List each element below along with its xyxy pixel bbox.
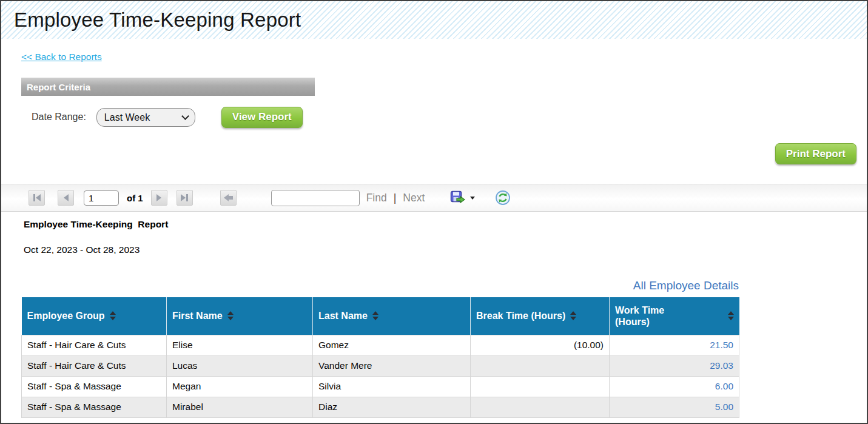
cell-employee-group: Staff - Hair Care & Cuts [22, 355, 167, 376]
cell-work-time[interactable]: 5.00 [610, 397, 739, 417]
column-header-work-time[interactable]: Work Time (Hours) [610, 297, 739, 335]
find-text-input[interactable] [271, 190, 360, 206]
sort-icon[interactable] [570, 311, 576, 320]
column-header-first-name[interactable]: First Name [167, 297, 313, 335]
parent-report-button[interactable] [220, 190, 237, 206]
back-to-reports-link[interactable]: << Back to Reports [21, 52, 102, 62]
page-number-input[interactable] [84, 190, 119, 206]
cell-last-name: Silvia [313, 376, 471, 397]
print-report-button[interactable]: Print Report [775, 143, 856, 164]
column-header-break-time[interactable]: Break Time (Hours) [471, 297, 610, 335]
find-link[interactable]: Find [366, 192, 387, 204]
cell-last-name: Gomez [313, 335, 471, 355]
cell-break-time [471, 376, 610, 397]
page-header: Employee Time-Keeping Report [1, 1, 867, 39]
sort-icon[interactable] [372, 311, 378, 320]
last-page-button[interactable] [177, 190, 193, 206]
cell-first-name: Mirabel [167, 397, 313, 417]
save-export-icon [450, 190, 466, 205]
report-title: Employee Time-Keeping Report [24, 219, 168, 230]
back-arrow-icon [224, 194, 233, 201]
table-row: Staff - Hair Care & Cuts Lucas Vander Me… [22, 355, 739, 376]
timekeeping-table: Employee Group First Name Last Name Brea… [21, 297, 739, 418]
view-report-button[interactable]: View Report [221, 107, 303, 128]
first-page-icon [33, 194, 35, 201]
cell-work-time[interactable]: 21.50 [610, 335, 739, 355]
date-range-select[interactable]: Last Week [96, 108, 195, 127]
all-employee-details-link[interactable]: All Employee Details [633, 279, 739, 292]
cell-first-name: Lucas [167, 355, 313, 376]
sort-icon[interactable] [110, 311, 116, 320]
previous-page-button[interactable] [58, 190, 74, 206]
cell-first-name: Megan [167, 376, 313, 397]
cell-employee-group: Staff - Spa & Massage [22, 397, 167, 417]
cell-break-time: (10.00) [471, 335, 610, 355]
sort-icon[interactable] [227, 311, 234, 320]
table-header-row: Employee Group First Name Last Name Brea… [22, 297, 739, 335]
table-row: Staff - Hair Care & Cuts Elise Gomez (10… [22, 335, 739, 355]
column-header-last-name[interactable]: Last Name [313, 297, 471, 335]
criteria-row: Date Range: Last Week View Report [32, 106, 303, 128]
previous-page-icon [64, 194, 69, 201]
cell-last-name: Vander Mere [313, 355, 471, 376]
table-row: Staff - Spa & Massage Megan Silvia 6.00 [22, 376, 739, 397]
page-title: Employee Time-Keeping Report [1, 8, 301, 32]
cell-employee-group: Staff - Hair Care & Cuts [22, 335, 167, 355]
cell-work-time[interactable]: 29.03 [610, 355, 739, 376]
last-page-icon [181, 194, 186, 201]
next-page-button[interactable] [151, 190, 167, 206]
report-date-range: Oct 22, 2023 - Oct 28, 2023 [24, 244, 140, 255]
column-header-employee-group[interactable]: Employee Group [22, 297, 167, 335]
next-page-icon [156, 194, 161, 201]
date-range-select-wrap: Last Week [96, 108, 195, 127]
find-next-separator: | [394, 192, 397, 204]
export-caret-icon [470, 197, 475, 200]
refresh-icon [495, 190, 511, 206]
cell-employee-group: Staff - Spa & Massage [22, 376, 167, 397]
refresh-button[interactable] [495, 190, 511, 206]
report-criteria-title: Report Criteria [27, 82, 90, 92]
cell-first-name: Elise [167, 335, 313, 355]
first-page-button[interactable] [29, 190, 45, 206]
report-criteria-panel-header: Report Criteria [21, 78, 315, 96]
app-window: { "header": { "title": "Employee Time-Ke… [0, 0, 868, 424]
export-dropdown-button[interactable] [450, 190, 475, 205]
cell-last-name: Diaz [313, 397, 471, 417]
report-viewer-toolbar: of 1 Find | Next [1, 184, 867, 212]
cell-break-time [471, 355, 610, 376]
sort-icon[interactable] [728, 311, 734, 320]
find-next-link[interactable]: Next [403, 192, 425, 204]
page-count-label: of 1 [127, 193, 143, 203]
date-range-label: Date Range: [32, 112, 86, 123]
cell-break-time [471, 397, 610, 417]
cell-work-time[interactable]: 6.00 [610, 376, 739, 397]
table-row: Staff - Spa & Massage Mirabel Diaz 5.00 [22, 397, 739, 417]
details-link-row: All Employee Details [21, 279, 739, 292]
